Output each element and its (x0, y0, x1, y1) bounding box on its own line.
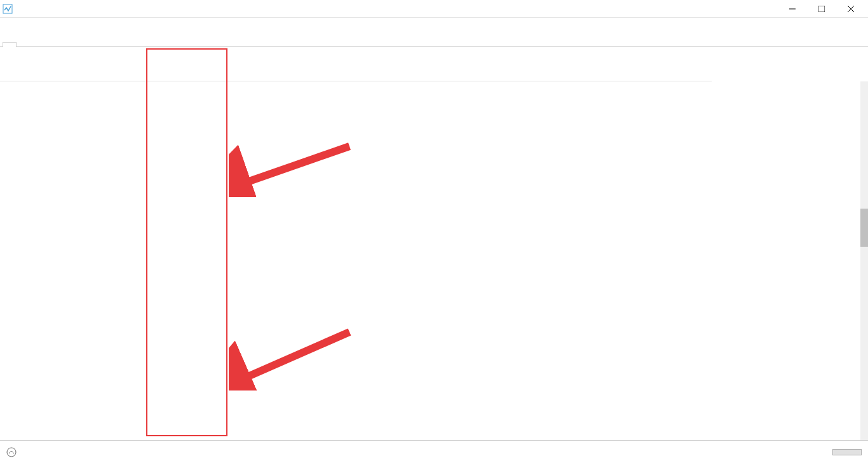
menu-options[interactable] (17, 24, 29, 26)
tab-processes[interactable] (3, 42, 17, 47)
menu-view[interactable] (29, 24, 42, 26)
tab-users[interactable] (58, 42, 72, 47)
chevron-up-icon (6, 447, 17, 457)
minimize-button[interactable] (778, 0, 807, 18)
col-power-trend[interactable] (648, 47, 712, 81)
menu-file[interactable] (4, 24, 17, 26)
col-power[interactable] (585, 47, 648, 81)
svg-point-7 (7, 448, 16, 457)
scrollbar[interactable] (860, 81, 868, 440)
tab-performance[interactable] (17, 42, 31, 47)
tab-services[interactable] (86, 42, 100, 47)
col-cpu[interactable] (229, 47, 267, 81)
menubar (0, 18, 868, 32)
fewer-details-button[interactable] (6, 447, 22, 457)
col-disk[interactable] (315, 47, 362, 81)
col-network[interactable] (362, 47, 410, 81)
col-status[interactable] (146, 47, 229, 81)
close-button[interactable] (836, 0, 865, 18)
col-gpu-engine[interactable] (458, 47, 585, 81)
tab-app-history[interactable] (31, 42, 44, 47)
column-headers (0, 47, 712, 81)
footer (0, 440, 868, 463)
task-manager-icon (3, 4, 13, 14)
scroll-thumb[interactable] (860, 209, 868, 247)
process-list (0, 47, 868, 440)
titlebar[interactable] (0, 0, 868, 18)
maximize-button[interactable] (807, 0, 836, 18)
end-task-button[interactable] (832, 449, 862, 455)
tabbar (0, 32, 868, 47)
svg-rect-2 (818, 6, 825, 12)
tab-details[interactable] (72, 42, 86, 47)
col-gpu[interactable] (410, 47, 458, 81)
col-name[interactable] (0, 47, 146, 81)
tab-startup[interactable] (44, 42, 58, 47)
col-memory[interactable] (267, 47, 315, 81)
